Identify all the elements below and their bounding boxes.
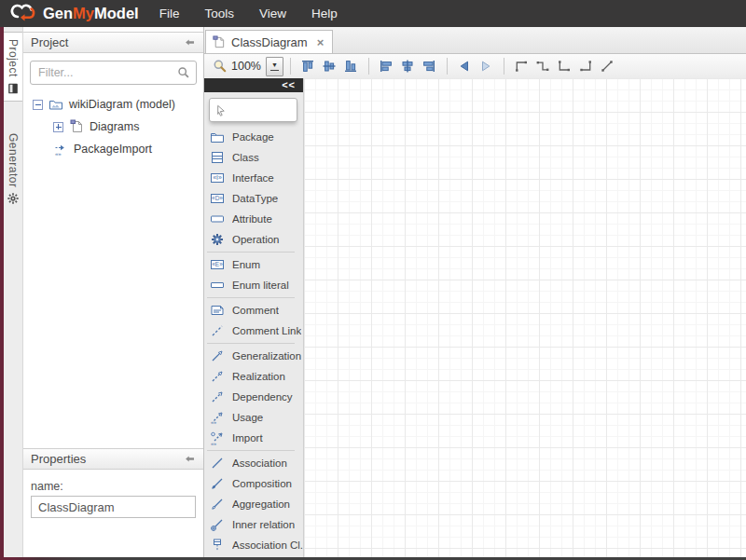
palette-tool-comment[interactable]: Comment (203, 300, 303, 321)
menu-view[interactable]: View (259, 7, 286, 20)
palette: << PackageClass«I»Interface«D»DataTypeAt… (203, 78, 304, 557)
menu-help[interactable]: Help (311, 7, 338, 20)
palette-collapse-button[interactable]: << (282, 79, 296, 90)
tree-node-label: PackageImport (74, 143, 152, 156)
toolbar-connector-zigzag-button[interactable] (532, 56, 554, 76)
zoom-dropdown-button[interactable]: ▼ (266, 57, 283, 76)
brand-model: Model (94, 5, 139, 21)
palette-tool-datatype[interactable]: «D»DataType (203, 188, 303, 209)
toolbar-align-middle-button[interactable] (319, 56, 340, 76)
properties-panel-title: Properties (31, 452, 86, 466)
toolbar-connector-corner-topleft-button[interactable] (511, 56, 532, 76)
palette-tool-class[interactable]: Class (203, 147, 303, 168)
genmymodel-logo[interactable]: GenMyModel (9, 2, 139, 26)
palette-tool-import[interactable]: «»Import (203, 428, 303, 448)
selection-tool-button[interactable] (209, 98, 297, 122)
tab-close-icon[interactable]: × (317, 35, 325, 49)
toolbar-connector-corner-bottomleft-button[interactable] (554, 56, 575, 76)
tree-node-label: wikiDiagram (model) (69, 98, 175, 111)
rail-tab-project[interactable]: Project (4, 32, 22, 102)
palette-tool-package[interactable]: Package (203, 127, 303, 147)
palette-tool-interface[interactable]: «I»Interface (203, 168, 303, 188)
rail-tab-generator[interactable]: Generator (4, 127, 22, 212)
palette-tool-label: Association Cl... (232, 540, 303, 551)
search-icon (177, 66, 190, 79)
enum-literal-icon (210, 278, 225, 293)
toolbar-connector-corner-bottomright-button[interactable] (575, 56, 597, 76)
menubar: GenMyModel FileToolsViewHelp (0, 0, 746, 27)
palette-tool-label: Realization (232, 371, 285, 382)
toolbar-align-top-button[interactable] (297, 56, 319, 76)
menu-file[interactable]: File (159, 7, 180, 20)
svg-text:«I»: «I» (213, 174, 222, 181)
palette-tool-label: Package (232, 131, 274, 143)
chevron-down-icon: ▼ (271, 61, 278, 68)
palette-tool-usage[interactable]: «»Usage (203, 407, 303, 428)
window-left-border (0, 27, 4, 560)
palette-tool-enum-literal[interactable]: Enum literal (203, 275, 303, 295)
editor-area: ClassDiagram × 100% ▼ << (203, 27, 746, 557)
properties-panel: Properties name: (23, 448, 203, 518)
toolbar-separator (447, 58, 448, 75)
aggregation-icon (210, 497, 225, 512)
side-rail: ProjectGenerator (4, 27, 23, 557)
attribute-icon (210, 212, 225, 226)
palette-tool-label: Dependency (232, 391, 293, 403)
svg-text:«D»: «D» (212, 195, 223, 201)
package-import-icon: «» (53, 142, 68, 157)
toolbar-flip-left-button[interactable] (454, 56, 476, 76)
toolbar-separator (290, 58, 291, 75)
interface-icon: «I» (210, 171, 225, 185)
tree-node-wikidiagram-model[interactable]: wikiDiagram (model) (23, 93, 203, 116)
align-top-icon (300, 59, 315, 74)
menu-tools[interactable]: Tools (204, 7, 234, 20)
datatype-icon: «D» (210, 191, 225, 206)
palette-tool-operation[interactable]: Operation (203, 229, 303, 250)
filter-input[interactable] (30, 61, 197, 85)
operation-icon (210, 232, 225, 247)
palette-tool-dependency[interactable]: Dependency (203, 387, 303, 407)
palette-tool-association[interactable]: Association (203, 453, 303, 473)
palette-tool-comment-link[interactable]: Comment Link (203, 321, 303, 341)
package-icon (210, 130, 225, 144)
tree-node-diagrams[interactable]: Diagrams (23, 116, 203, 138)
cursor-icon (214, 103, 228, 117)
palette-items: PackageClass«I»Interface«D»DataTypeAttri… (203, 127, 303, 555)
svg-text:«»: «» (55, 151, 62, 157)
palette-tool-aggregation[interactable]: Aggregation (203, 494, 303, 514)
genmymodel-app: GenMyModel FileToolsViewHelp ProjectGene… (0, 0, 746, 560)
palette-tool-label: Composition (232, 478, 292, 489)
diagram-file-icon (69, 119, 84, 134)
palette-tool-generalization[interactable]: Generalization (203, 346, 303, 366)
toolbar-align-bottom-button[interactable] (340, 56, 362, 76)
tab-classdiagram[interactable]: ClassDiagram × (205, 30, 333, 53)
palette-tool-association-cl[interactable]: Association Cl... (203, 535, 303, 555)
collapse-panel-arrow-icon[interactable] (184, 453, 196, 465)
tree-node-packageimport[interactable]: «»PackageImport (23, 138, 203, 160)
collapse-panel-arrow-icon[interactable] (184, 36, 196, 48)
toolbar: 100% ▼ (203, 54, 746, 79)
expand-toggle-icon[interactable] (53, 122, 63, 132)
toolbar-flip-right-button[interactable] (476, 56, 497, 76)
palette-tool-enum[interactable]: «E»Enum (203, 254, 303, 275)
palette-tool-composition[interactable]: Composition (203, 473, 303, 494)
toolbar-align-left-button[interactable] (376, 56, 397, 76)
palette-tool-label: Comment Link (232, 325, 301, 336)
composition-icon (210, 476, 225, 491)
toolbar-connector-straight-button[interactable] (597, 56, 618, 76)
palette-tool-label: Interface (232, 172, 274, 184)
palette-tool-realization[interactable]: Realization (203, 366, 303, 387)
name-input[interactable] (31, 496, 196, 518)
palette-separator (207, 450, 295, 451)
toolbar-align-right-button[interactable] (419, 56, 440, 76)
flip-right-icon (478, 59, 493, 74)
svg-text:«E»: «E» (212, 261, 223, 267)
align-left-icon (379, 59, 394, 74)
toolbar-align-center-button[interactable] (397, 56, 419, 76)
palette-tool-label: Class (232, 152, 259, 163)
palette-tool-attribute[interactable]: Attribute (203, 209, 303, 229)
properties-panel-header: Properties (23, 448, 203, 470)
collapse-toggle-icon[interactable] (33, 100, 43, 110)
palette-tool-inner-relation[interactable]: Inner relation (203, 514, 303, 535)
model-folder-icon (48, 97, 63, 112)
